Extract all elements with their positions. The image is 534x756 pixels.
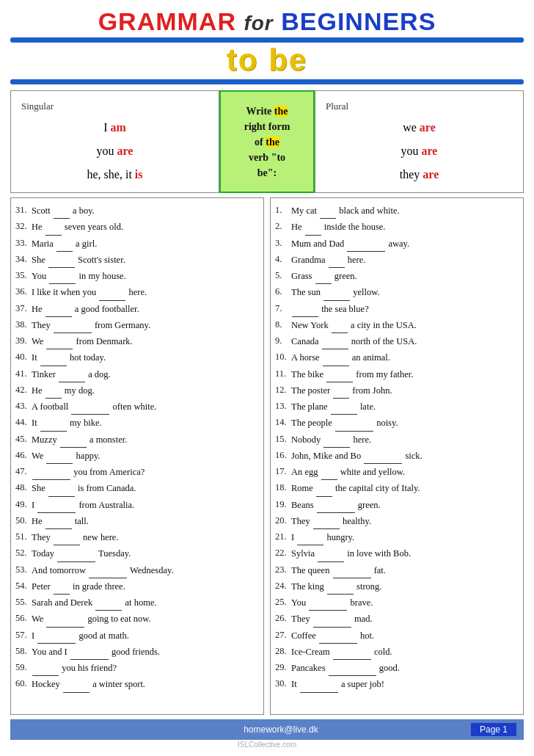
exercise-text: you his friend?	[32, 660, 117, 676]
exercise-number: 50.	[15, 513, 32, 529]
list-item: 21.I hungry.	[275, 529, 517, 545]
exercise-text: We going to eat now.	[32, 611, 151, 627]
verb-am: am	[111, 121, 126, 134]
list-item: 22.Sylvia in love with Bob.	[275, 545, 517, 561]
exercise-number: 21.	[275, 529, 291, 545]
exercise-number: 48.	[15, 480, 32, 496]
tobe-text: to be	[227, 43, 307, 78]
exercise-number: 10.	[275, 349, 291, 366]
blank-field	[323, 432, 350, 448]
list-item: 50.He tall.	[15, 513, 257, 529]
exercise-text: The queen fat.	[291, 562, 386, 578]
exercise-number: 12.	[275, 382, 291, 399]
verb-are-you: are	[422, 145, 438, 157]
list-item: 2.He inside the house.	[275, 219, 517, 235]
blank-field	[60, 432, 87, 448]
blank-field	[333, 562, 371, 578]
list-item: 46.We happy.	[15, 448, 257, 464]
exercise-text: Today Tuesday.	[32, 545, 131, 561]
exercise-text: The king strong.	[291, 578, 381, 595]
exercise-text: Grandma here.	[291, 252, 365, 268]
header: GRAMMAR for BEGINNERS to be	[10, 7, 524, 84]
list-item: 59. you his friend?	[15, 660, 257, 676]
list-item: 12.The poster from John.	[275, 382, 517, 399]
list-item: 3.Mum and Dad away.	[275, 236, 517, 252]
exercise-number: 51.	[15, 529, 32, 545]
exercise-text: We from Denmark.	[32, 333, 133, 349]
blank-field	[40, 349, 67, 366]
blank-field	[309, 595, 347, 611]
list-item: 24.The king strong.	[275, 578, 517, 595]
blank-field	[46, 611, 84, 627]
exercise-text: He a good footballer.	[32, 301, 139, 317]
exercise-text: Mum and Dad away.	[291, 236, 409, 252]
blank-field	[335, 415, 373, 431]
exercise-number: 29.	[275, 660, 291, 676]
exercise-number: 15.	[275, 432, 291, 448]
blank-field	[54, 317, 92, 333]
list-item: 34.She Scott's sister.	[15, 252, 257, 268]
list-item: 60.Hockey a winter sport.	[15, 676, 257, 692]
blank-field	[331, 399, 357, 415]
exercise-number: 7.	[275, 301, 291, 317]
list-item: 19.Beans green.	[275, 497, 517, 513]
title-grammar: GRAMMAR for BEGINNERS	[98, 7, 436, 35]
exercise-text: I hungry.	[291, 529, 354, 545]
exercise-number: 20.	[275, 513, 291, 529]
exercise-text: He my dog.	[32, 382, 95, 399]
exercise-text: Scott a boy.	[32, 203, 95, 219]
list-item: 17.An egg white and yellow.	[275, 464, 517, 480]
exercise-text: You brave.	[291, 595, 373, 611]
list-item: 39.We from Denmark.	[15, 333, 257, 349]
blank-field	[54, 203, 70, 219]
exercise-number: 28.	[275, 644, 291, 660]
blank-field	[364, 448, 402, 464]
exercise-number: 59.	[15, 660, 32, 676]
exercise-text: New York a city in the USA.	[291, 317, 417, 333]
blank-field	[32, 464, 70, 480]
list-item: 11.The bike from my father.	[275, 366, 517, 382]
blank-field	[317, 497, 355, 513]
conjugation-section: Singular I am you are he, she, it is Wri…	[10, 90, 524, 193]
plural-they: they are	[326, 163, 513, 186]
blank-field	[319, 628, 357, 644]
blank-field	[305, 219, 321, 235]
exercise-text: Rome the capital city of Italy.	[291, 480, 420, 496]
exercise-text: Pancakes good.	[291, 660, 400, 676]
singular-i: I am	[21, 116, 208, 139]
list-item: 36.I like it when you here.	[15, 284, 257, 300]
exercise-text: The poster from John.	[291, 382, 392, 399]
list-item: 55.Sarah and Derek at home.	[15, 595, 257, 611]
blank-field	[322, 333, 348, 349]
singular-label: Singular	[21, 97, 208, 116]
plural-box: Plural we are you are they are	[315, 90, 524, 193]
exercises-section: 31.Scott a boy.32.He seven years old.33.…	[10, 197, 524, 715]
exercise-text: A football often white.	[32, 399, 156, 415]
list-item: 27.Coffee hot.	[275, 628, 517, 644]
exercise-number: 32.	[15, 219, 32, 235]
exercise-number: 41.	[15, 366, 32, 382]
right-exercise-column: 1.My cat black and white.2.He inside the…	[270, 197, 524, 715]
exercise-number: 3.	[275, 236, 291, 252]
list-item: 48.She is from Canada.	[15, 480, 257, 496]
list-item: 33.Maria a girl.	[15, 236, 257, 252]
list-item: 6.The sun yellow.	[275, 284, 517, 300]
list-item: 9.Canada north of the USA.	[275, 333, 517, 349]
blank-field	[316, 480, 332, 496]
exercise-number: 34.	[15, 252, 32, 268]
exercise-number: 25.	[275, 595, 291, 611]
exercise-number: 33.	[15, 236, 32, 252]
blank-field	[57, 545, 95, 561]
singular-he: he, she, it is	[21, 163, 208, 186]
exercise-number: 57.	[15, 628, 32, 644]
list-item: 49.I from Australia.	[15, 497, 257, 513]
list-item: 30.It a super job!	[275, 676, 517, 692]
exercise-number: 42.	[15, 382, 32, 399]
list-item: 41.Tinker a dog.	[15, 366, 257, 382]
page: GRAMMAR for BEGINNERS to be Singular I a…	[0, 0, 534, 756]
exercise-text: My cat black and white.	[291, 203, 400, 219]
blank-field	[54, 578, 70, 595]
exercise-number: 2.	[275, 219, 291, 235]
exercise-text: You in my house.	[32, 268, 126, 284]
exercise-number: 53.	[15, 562, 32, 578]
